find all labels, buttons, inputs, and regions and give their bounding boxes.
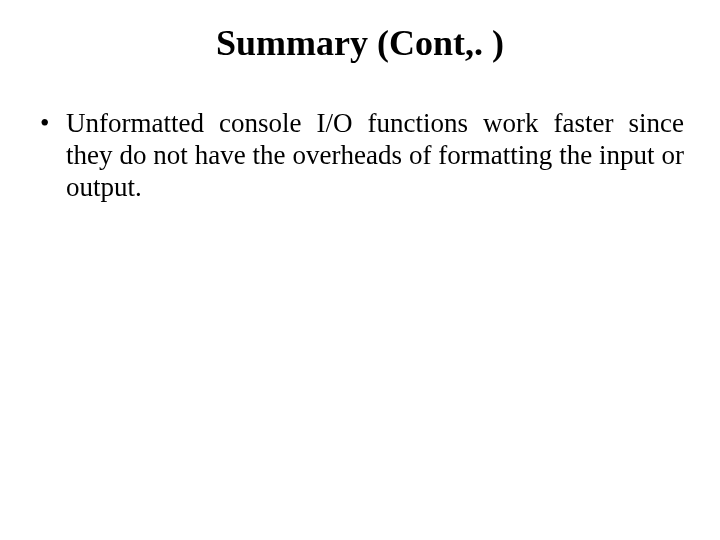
slide: Summary (Cont,. ) Unformatted console I/… xyxy=(0,0,720,540)
slide-body: Unformatted console I/O functions work f… xyxy=(36,108,684,204)
slide-title: Summary (Cont,. ) xyxy=(0,22,720,64)
bullet-list: Unformatted console I/O functions work f… xyxy=(36,108,684,204)
list-item: Unformatted console I/O functions work f… xyxy=(36,108,684,204)
